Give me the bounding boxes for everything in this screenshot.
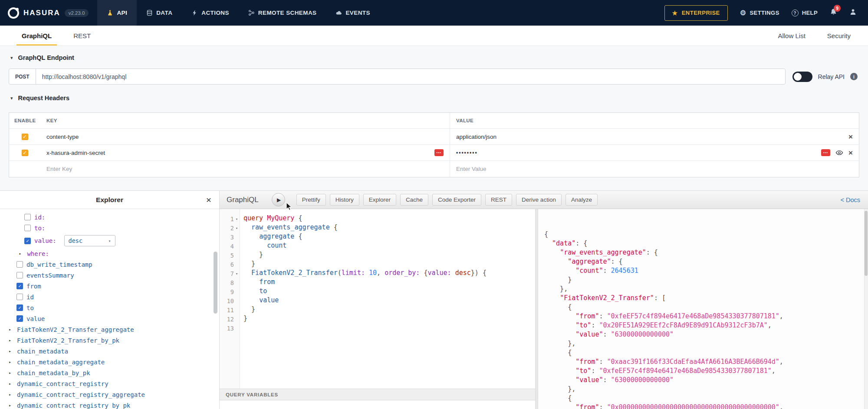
checkbox[interactable] bbox=[24, 214, 31, 220]
history-button[interactable]: History bbox=[330, 194, 359, 206]
explorer-item-dynamic-contract-registry-aggregate[interactable]: ▸dynamic_contract_registry_aggregate bbox=[0, 389, 219, 400]
tab-rest[interactable]: REST bbox=[68, 26, 96, 46]
query-variables-toggle[interactable]: QUERY VARIABLES bbox=[220, 389, 535, 400]
close-icon[interactable]: × bbox=[206, 195, 211, 204]
info-icon[interactable]: i bbox=[850, 73, 858, 80]
prettify-button[interactable]: Prettify bbox=[296, 194, 326, 206]
checkbox[interactable]: ✓ bbox=[16, 315, 23, 322]
fold-arrow-icon[interactable]: ▾ bbox=[234, 272, 240, 276]
expand-arrow-icon[interactable]: ▸ bbox=[9, 392, 13, 397]
settings-button[interactable]: ⚙ SETTINGS bbox=[740, 10, 779, 16]
brand[interactable]: HASURA v2.23.0 bbox=[0, 0, 97, 26]
cache-button[interactable]: Cache bbox=[400, 194, 428, 206]
header-value-input[interactable]: •••••••• bbox=[456, 150, 478, 156]
user-menu-button[interactable] bbox=[849, 8, 857, 17]
expand-arrow-icon[interactable]: ▸ bbox=[9, 370, 13, 375]
explorer-item-value[interactable]: ✓value bbox=[0, 313, 219, 324]
explorer-item-dynamic-contract-registry[interactable]: ▸dynamic_contract_registry bbox=[0, 378, 219, 389]
code-exporter-button[interactable]: Code Exporter bbox=[432, 194, 481, 206]
notifications-button[interactable]: 9 bbox=[830, 8, 837, 17]
remove-header-button[interactable]: × bbox=[848, 149, 853, 157]
explorer-item-to-[interactable]: to: bbox=[0, 222, 219, 233]
chevron-down-icon[interactable]: ▾ bbox=[10, 95, 13, 101]
enable-checkbox[interactable]: ✓ bbox=[22, 134, 28, 140]
nav-item-api[interactable]: API bbox=[97, 0, 137, 26]
expand-arrow-icon[interactable]: ▸ bbox=[9, 349, 13, 353]
explorer-item-id-[interactable]: id: bbox=[0, 212, 219, 222]
header-value-input[interactable]: application/json bbox=[456, 134, 496, 140]
header-key-input[interactable]: x-hasura-admin-secret bbox=[46, 150, 105, 156]
explorer-item-dynamic-contract-registry-by-pk[interactable]: ▸dynamic_contract_registry_by_pk bbox=[0, 400, 219, 409]
expand-arrow-icon[interactable]: ▸ bbox=[9, 338, 13, 343]
new-value-input[interactable]: Enter Value bbox=[456, 166, 487, 172]
nav-item-remote-schemas[interactable]: REMOTE SCHEMAS bbox=[239, 0, 326, 26]
explorer-item-chain-metadata[interactable]: ▸chain_metadata bbox=[0, 346, 219, 357]
help-button[interactable]: ? HELP bbox=[792, 10, 818, 16]
explorer-header: Explorer × bbox=[0, 191, 219, 209]
checkbox[interactable] bbox=[16, 294, 23, 300]
response-viewer[interactable]: { "data": { "raw_events_aggregate": { "a… bbox=[538, 209, 868, 409]
expand-arrow-icon[interactable]: ▸ bbox=[19, 251, 23, 256]
nav-item-data[interactable]: DATA bbox=[137, 0, 182, 26]
line-number: 4 bbox=[220, 242, 240, 251]
request-headers-section-toggle[interactable]: ▾ Request Headers bbox=[10, 92, 859, 104]
explorer-item-id[interactable]: id bbox=[0, 291, 219, 302]
checkbox[interactable]: ✓ bbox=[16, 283, 23, 289]
nav-item-label: DATA bbox=[156, 10, 172, 16]
explorer-scrollbar[interactable] bbox=[214, 252, 217, 314]
explorer-item-eventssummary[interactable]: eventsSummary bbox=[0, 270, 219, 281]
query-variables-editor[interactable] bbox=[220, 400, 535, 409]
row-actions: × bbox=[848, 133, 853, 141]
checkbox[interactable]: ✓ bbox=[24, 238, 31, 244]
tab-security[interactable]: Security bbox=[826, 32, 852, 39]
rest-button[interactable]: REST bbox=[485, 194, 512, 206]
response-scrollbar-thumb[interactable] bbox=[865, 211, 868, 276]
nav-item-actions[interactable]: ACTIONS bbox=[182, 0, 239, 26]
derive-action-button[interactable]: Derive action bbox=[516, 194, 562, 206]
checkbox[interactable] bbox=[24, 225, 31, 231]
explorer-item-value-[interactable]: ✓value:desc▾ bbox=[0, 233, 219, 248]
explorer-button[interactable]: Explorer bbox=[363, 194, 396, 206]
enterprise-button[interactable]: ★ ENTERPRISE bbox=[664, 5, 728, 21]
order-direction-select[interactable]: desc▾ bbox=[64, 235, 115, 246]
fold-arrow-icon[interactable]: ▾ bbox=[234, 217, 240, 221]
expand-arrow-icon[interactable]: ▸ bbox=[9, 403, 13, 408]
line-number: 13 bbox=[220, 324, 240, 333]
explorer-item-where-[interactable]: ▸where: bbox=[0, 248, 219, 259]
explorer-item-fiattokenv2-2-transfer-by-pk[interactable]: ▸FiatTokenV2_2_Transfer_by_pk bbox=[0, 335, 219, 346]
remove-header-button[interactable]: × bbox=[848, 133, 853, 141]
query-code[interactable]: query MyQuery { raw_events_aggregate { a… bbox=[240, 209, 535, 389]
explorer-item-to[interactable]: ✓to bbox=[0, 302, 219, 313]
nav-item-events[interactable]: EVENTS bbox=[326, 0, 379, 26]
tab-allow-list[interactable]: Allow List bbox=[777, 32, 806, 39]
enable-checkbox[interactable]: ✓ bbox=[22, 150, 28, 156]
explorer-item-from[interactable]: ✓from bbox=[0, 281, 219, 291]
chevron-down-icon[interactable]: ▾ bbox=[10, 55, 13, 61]
checkbox[interactable] bbox=[16, 261, 23, 268]
explorer-item-db-write-timestamp[interactable]: db_write_timestamp bbox=[0, 259, 219, 270]
checkbox[interactable]: ✓ bbox=[16, 304, 23, 311]
endpoint-url[interactable]: http://localhost:8080/v1/graphql bbox=[36, 69, 785, 84]
fold-arrow-icon[interactable]: ▾ bbox=[234, 226, 240, 230]
expand-arrow-icon[interactable]: ▸ bbox=[9, 360, 13, 364]
header-row: ✓content-typeapplication/json× bbox=[9, 129, 859, 145]
query-editor[interactable]: 1▾2▾34567▾8910111213 query MyQuery { raw… bbox=[220, 209, 535, 389]
checkbox[interactable] bbox=[16, 272, 23, 278]
explorer-item-chain-metadata-aggregate[interactable]: ▸chain_metadata_aggregate bbox=[0, 357, 219, 367]
docs-link[interactable]: < Docs bbox=[840, 196, 860, 203]
relay-api-toggle[interactable] bbox=[792, 72, 812, 82]
expand-arrow-icon[interactable]: ▸ bbox=[9, 381, 13, 386]
pane-resize-handle[interactable] bbox=[535, 209, 538, 409]
endpoint-input[interactable]: POST http://localhost:8080/v1/graphql bbox=[9, 69, 786, 85]
graphql-endpoint-section-toggle[interactable]: ▾ GraphQL Endpoint bbox=[10, 52, 859, 63]
execute-button[interactable]: ▶ bbox=[272, 193, 285, 206]
eye-icon[interactable] bbox=[835, 149, 843, 157]
header-key-input[interactable]: content-type bbox=[46, 134, 79, 140]
expand-arrow-icon[interactable]: ▸ bbox=[9, 327, 13, 332]
response-line: "value": "63000000000000" bbox=[544, 330, 868, 340]
explorer-item-chain-metadata-by-pk[interactable]: ▸chain_metadata_by_pk bbox=[0, 367, 219, 378]
new-key-input[interactable]: Enter Key bbox=[46, 166, 72, 172]
analyze-button[interactable]: Analyze bbox=[566, 194, 598, 206]
explorer-item-fiattokenv2-2-transfer-aggregate[interactable]: ▸FiatTokenV2_2_Transfer_aggregate bbox=[0, 324, 219, 335]
tab-graphiql[interactable]: GraphiQL bbox=[16, 26, 57, 46]
